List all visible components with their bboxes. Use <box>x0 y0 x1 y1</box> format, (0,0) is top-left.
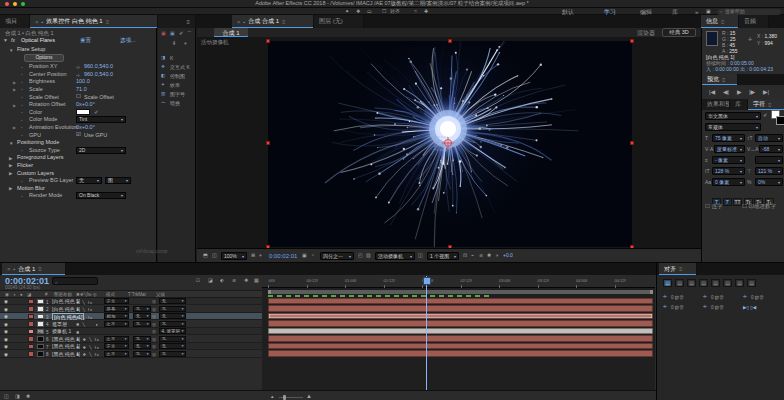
param-value[interactable]: 0x+0.0° <box>76 125 95 131</box>
layer-color-chip[interactable] <box>28 336 34 342</box>
timeline-layer-row-1[interactable]: ◉1[白色 纯色 5]✱ ╲ fx正常▾◎无▾ <box>0 298 262 306</box>
twirl-icon[interactable]: ▶ <box>9 163 12 168</box>
next-frame-button[interactable]: |▶ <box>749 89 755 95</box>
twirl-icon[interactable]: ▶ <box>9 156 12 161</box>
mode-select[interactable]: 相加▾ <box>104 313 129 319</box>
layer-color-chip[interactable] <box>28 321 34 327</box>
align-button-4[interactable]: ▤ <box>711 279 720 287</box>
leading-select[interactable]: 自动▾ <box>755 134 783 142</box>
close-tab-icon[interactable]: × <box>35 19 39 25</box>
parent-select[interactable]: 无▾ <box>159 336 186 342</box>
stopwatch-icon[interactable]: ◔ <box>20 179 23 184</box>
eye-icon[interactable]: ◉ <box>4 352 8 357</box>
timeline-zoom-slider-handle[interactable] <box>283 395 286 400</box>
layer-color-chip[interactable] <box>28 329 34 335</box>
red-tool-icon[interactable]: ▣ <box>161 31 166 36</box>
stopwatch-icon[interactable]: ◔ <box>20 103 23 108</box>
selection-handle-1[interactable] <box>448 39 452 43</box>
comp-image[interactable] <box>268 41 632 247</box>
layer-duration-bar-8[interactable] <box>268 350 653 357</box>
mode-select[interactable]: 正常▾ <box>104 298 129 304</box>
tab-audio[interactable]: 音频 <box>739 15 769 28</box>
baseline-shift-select[interactable]: 0 像素▾ <box>712 178 745 186</box>
graph-editor-icon[interactable]: ▦ <box>254 278 259 283</box>
ligatures-checkbox[interactable]: ☐ <box>705 203 710 209</box>
snapshot-icon[interactable]: ▣ <box>302 253 307 258</box>
trkmat-select[interactable]: 无▾ <box>133 313 151 319</box>
tab-info[interactable]: 信息≡ <box>701 15 739 28</box>
layer-duration-bar-5[interactable] <box>268 328 653 335</box>
layer-duration-bar-4[interactable] <box>268 320 653 327</box>
prev-frame-button[interactable]: ◀| <box>723 89 729 95</box>
strip-item-5[interactable]: 〜暗换 <box>158 99 196 108</box>
close-tab-icon[interactable]: × <box>7 266 11 272</box>
tab-timeline-comp[interactable]: × ▪ 合成 1 ≡ <box>2 263 66 275</box>
eye-icon[interactable]: ◉ <box>4 329 8 334</box>
frame-blending-icon[interactable]: ≋ <box>232 278 236 283</box>
layer-switches[interactable]: ✱ ❖ ╲ fx <box>76 352 100 357</box>
layer-color-chip[interactable] <box>28 344 34 350</box>
timeline-layer-row-5[interactable]: ◉▸5摄像机 1✱◎4. 遮罩层▾ <box>0 328 262 336</box>
layer-duration-bar-3[interactable] <box>268 313 653 320</box>
expander-icon[interactable]: ▶ <box>13 103 16 108</box>
font-style-select[interactable]: 常规体▾ <box>705 123 761 131</box>
layer-switches[interactable]: ✱ ╲ fx <box>76 307 93 312</box>
param-value[interactable]: 71.0 <box>76 87 87 93</box>
timeline-layer-row-4[interactable]: ◉4遮罩层✱ ╲◐正常▾无▾◎无▾ <box>0 320 262 328</box>
selection-handle-3[interactable] <box>266 141 270 145</box>
draft-3d-icon[interactable]: ◪ <box>208 278 213 283</box>
align-button-6[interactable]: ▤ <box>735 279 744 287</box>
param-value[interactable]: 960.0,540.0 <box>84 72 113 78</box>
expand-inout-icon[interactable]: ✱ <box>26 394 30 399</box>
parent-pickwhip-icon[interactable]: ◎ <box>152 329 156 334</box>
layer-duration-bar-6[interactable] <box>268 335 653 342</box>
expander-icon[interactable]: ▶ <box>13 80 16 85</box>
panel-menu-icon[interactable]: ≡ <box>106 19 110 25</box>
lock-icon[interactable]: ▪ <box>244 19 246 25</box>
align-play-icons[interactable]: ▶▯ ▯◀ <box>743 305 756 310</box>
show-channel-icon[interactable]: ◔ <box>311 253 314 258</box>
parent-pickwhip-icon[interactable]: ◎ <box>152 352 156 357</box>
vertical-scale-select[interactable]: 128 %▾ <box>712 167 745 175</box>
stopwatch-icon[interactable]: ◔ <box>20 65 23 70</box>
always-preview-icon[interactable]: ⬒ <box>203 253 208 258</box>
link-tool-icon[interactable]: ✚ <box>424 9 428 14</box>
share-view-icon[interactable]: ◫ <box>418 253 423 258</box>
tracking-select[interactable]: -68▾ <box>759 145 783 153</box>
flowchart-icon[interactable]: ✱ <box>487 253 491 258</box>
param-select[interactable]: On Black▾ <box>76 192 126 199</box>
stopwatch-icon[interactable]: ◔ <box>20 87 23 92</box>
stopwatch-icon[interactable]: ◔ <box>20 194 23 199</box>
strip-item-1[interactable]: ❖交互式 K <box>158 63 196 72</box>
twirl-icon[interactable]: ▶ <box>9 186 12 191</box>
param-select[interactable]: 2D▾ <box>76 147 126 154</box>
layer-color-chip[interactable] <box>28 299 34 305</box>
timeline-layer-row-8[interactable]: ◉8[黑色 纯色 1]✱ ❖ ╲ fx正常▾无▾◎无▾ <box>0 350 262 358</box>
exposure-value[interactable]: +0.0 <box>503 253 513 258</box>
align-item-1[interactable]: ✛0 静音 <box>703 293 741 301</box>
strip-item-4[interactable]: ▥图字号 <box>158 90 196 99</box>
align-item-3[interactable]: ✛0 静音 <box>663 303 701 311</box>
parent-pickwhip-icon[interactable]: ◎ <box>152 322 156 327</box>
align-button-3[interactable]: ▤ <box>699 279 708 287</box>
selection-handle-4[interactable] <box>630 141 634 145</box>
mode-select[interactable]: 正常▾ <box>104 351 129 357</box>
tab-effect-controls[interactable]: × ▪ 效果控件 白色 纯色 1 ≡ <box>30 15 158 28</box>
layer-switches[interactable]: ✱ <box>76 330 80 335</box>
eye-icon[interactable]: ◉ <box>4 314 8 319</box>
options-button[interactable]: Options <box>24 54 64 62</box>
stopwatch-icon[interactable]: ◔ <box>20 95 23 100</box>
font-size-select[interactable]: 75 像素▾ <box>712 134 745 142</box>
param-checkbox[interactable]: ☐ <box>76 94 81 100</box>
param-checkbox[interactable]: ☑ <box>76 132 81 138</box>
layer-color-chip[interactable] <box>28 314 34 320</box>
parent-pickwhip-icon[interactable]: ◎ <box>152 337 156 342</box>
current-time-indicator-head[interactable] <box>423 277 431 285</box>
param-value[interactable]: 100.0 <box>76 79 90 85</box>
layer-switches[interactable]: ✱ ╲ fx <box>76 315 93 320</box>
trkmat-select[interactable]: 无▾ <box>133 336 151 342</box>
layer-color-chip[interactable] <box>28 351 34 357</box>
roi-icon[interactable]: ◰ <box>358 253 363 258</box>
stroke-color-swatch[interactable] <box>776 116 784 125</box>
view-select[interactable]: 活动摄像机▾ <box>375 252 415 260</box>
